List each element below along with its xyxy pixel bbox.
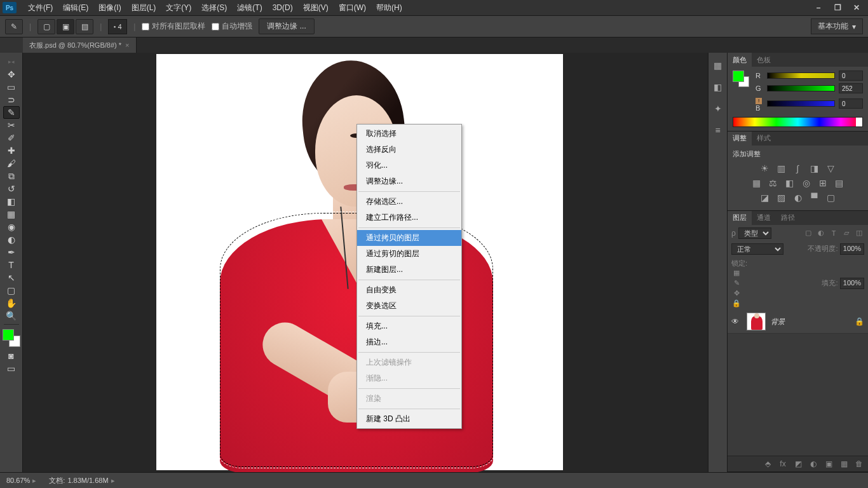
opacity-value[interactable]: 100% xyxy=(840,243,864,255)
lock-transparent-icon[interactable]: ▦ xyxy=(731,268,742,278)
paragraph-panel-icon[interactable]: ≡ xyxy=(712,124,724,137)
menu-view[interactable]: 视图(V) xyxy=(298,3,334,13)
layer-filter-type[interactable]: 类型 xyxy=(738,227,771,239)
posterize-icon[interactable]: ▨ xyxy=(776,192,787,203)
filter-shape-icon[interactable]: ▱ xyxy=(841,228,851,238)
active-tool-icon[interactable]: ✎ xyxy=(5,19,23,34)
dodge-tool[interactable]: ◐ xyxy=(3,233,20,246)
menu-image[interactable]: 图像(I) xyxy=(93,3,126,13)
tab-paths[interactable]: 路径 xyxy=(776,211,800,225)
menu-select[interactable]: 选择(S) xyxy=(196,3,232,13)
tab-adjustments[interactable]: 调整 xyxy=(728,132,752,146)
zoom-level[interactable]: 80.67% xyxy=(6,477,30,484)
canvas-area[interactable]: 取消选择选择反向羽化...调整边缘...存储选区...建立工作路径...通过拷贝… xyxy=(23,53,708,472)
sample-all-layers-checkbox[interactable]: 对所有图层取样 xyxy=(142,21,205,32)
channel-mixer-icon[interactable]: ⊞ xyxy=(817,177,829,189)
menu-filter[interactable]: 滤镜(T) xyxy=(232,3,267,13)
exposure-icon[interactable]: ◨ xyxy=(809,163,820,174)
g-slider[interactable] xyxy=(767,85,835,92)
layer-thumbnail[interactable] xyxy=(747,313,766,330)
screen-mode-tool[interactable]: ▭ xyxy=(3,362,20,375)
lock-position-icon[interactable]: ✥ xyxy=(731,288,742,299)
shape-tool[interactable]: ▢ xyxy=(3,284,20,297)
tab-layers[interactable]: 图层 xyxy=(728,211,752,225)
pen-tool[interactable]: ✒ xyxy=(3,246,20,259)
type-tool[interactable]: T xyxy=(3,259,20,271)
photo-filter-icon[interactable]: ◎ xyxy=(801,177,812,189)
filter-adjust-icon[interactable]: ◐ xyxy=(816,228,826,238)
brush-tool[interactable]: 🖌 xyxy=(3,157,20,170)
eraser-tool[interactable]: ◧ xyxy=(3,195,20,208)
menu-help[interactable]: 帮助(H) xyxy=(371,3,407,13)
minimize-button[interactable]: – xyxy=(810,2,827,13)
filter-smart-icon[interactable]: ◫ xyxy=(854,228,864,238)
context-menu-item[interactable]: 选择反向 xyxy=(357,142,461,158)
b-value[interactable]: 0 xyxy=(839,98,863,109)
document-tab[interactable]: 衣服.psd @ 80.7%(RGB/8#) * × xyxy=(23,37,137,53)
menu-edit[interactable]: 编辑(E) xyxy=(58,3,93,13)
g-value[interactable]: 252 xyxy=(839,83,863,93)
history-brush-tool[interactable]: ↺ xyxy=(3,182,20,195)
tab-color[interactable]: 颜色 xyxy=(728,53,752,67)
zoom-tool[interactable]: 🔍 xyxy=(3,309,20,322)
subtract-selection-icon[interactable]: ▤ xyxy=(76,19,93,34)
foreground-background-swatch[interactable] xyxy=(3,329,20,347)
r-value[interactable]: 0 xyxy=(839,71,863,81)
context-menu-item[interactable]: 填充... xyxy=(357,318,461,334)
vibrance-icon[interactable]: ▽ xyxy=(825,163,837,174)
tab-close-icon[interactable]: × xyxy=(125,41,129,49)
chevron-right-icon[interactable]: ▸ xyxy=(32,477,36,485)
lasso-tool[interactable]: ⊃ xyxy=(3,93,20,106)
brightness-icon[interactable]: ☀ xyxy=(759,163,771,174)
layer-fx-icon[interactable]: fx xyxy=(778,459,788,469)
color-balance-icon[interactable]: ⚖ xyxy=(768,177,779,189)
filter-pixel-icon[interactable]: ▢ xyxy=(803,228,813,238)
b-slider[interactable] xyxy=(767,100,835,107)
context-menu-item[interactable]: 存储选区... xyxy=(357,194,461,210)
gradient-tool[interactable]: ▦ xyxy=(3,208,20,220)
properties-panel-icon[interactable]: ◧ xyxy=(712,81,724,93)
link-layers-icon[interactable]: ⬘ xyxy=(763,459,773,469)
context-menu-item[interactable]: 描边... xyxy=(357,334,461,350)
context-menu-item[interactable]: 变换选区 xyxy=(357,298,461,314)
menu-3d[interactable]: 3D(D) xyxy=(268,3,298,12)
menu-file[interactable]: 文件(F) xyxy=(23,3,58,13)
bw-icon[interactable]: ◧ xyxy=(784,177,796,189)
new-selection-icon[interactable]: ▢ xyxy=(37,19,55,34)
add-selection-icon[interactable]: ▣ xyxy=(57,19,74,34)
workspace-selector[interactable]: 基本功能▾ xyxy=(811,18,863,34)
selective-color-icon[interactable]: ▢ xyxy=(825,192,837,203)
context-menu-item[interactable]: 建立工作路径... xyxy=(357,210,461,226)
move-tool[interactable]: ✥ xyxy=(3,68,20,81)
auto-enhance-checkbox[interactable]: 自动增强 xyxy=(212,21,252,32)
menu-type[interactable]: 文字(Y) xyxy=(161,3,196,13)
heal-tool[interactable]: ✚ xyxy=(3,144,20,157)
r-slider[interactable] xyxy=(767,72,835,79)
refine-edge-button[interactable]: 调整边缘 ... xyxy=(259,18,314,34)
fill-value[interactable]: 100% xyxy=(840,278,864,289)
tab-swatches[interactable]: 色板 xyxy=(752,53,776,67)
tab-styles[interactable]: 样式 xyxy=(752,132,776,146)
context-menu-item[interactable]: 新建 3D 凸出 xyxy=(357,411,461,427)
history-panel-icon[interactable]: ▦ xyxy=(712,59,724,72)
brush-size-picker[interactable]: ● 4 xyxy=(108,19,127,34)
handle-icon[interactable]: ▸◂ xyxy=(3,55,20,68)
menu-window[interactable]: 窗口(W) xyxy=(334,3,371,13)
blend-mode-select[interactable]: 正常 xyxy=(731,243,783,255)
path-select-tool[interactable]: ↖ xyxy=(3,271,20,284)
context-menu-item[interactable]: 通过拷贝的图层 xyxy=(357,230,461,246)
adjustment-layer-icon[interactable]: ◐ xyxy=(808,459,818,469)
foreground-color[interactable] xyxy=(3,329,14,341)
visibility-toggle-icon[interactable]: 👁 xyxy=(731,317,742,326)
marquee-tool[interactable]: ▭ xyxy=(3,81,20,93)
lock-all-icon[interactable]: 🔒 xyxy=(731,299,742,309)
threshold-icon[interactable]: ◐ xyxy=(792,192,804,203)
filter-type-icon[interactable]: T xyxy=(829,228,839,238)
layer-name[interactable]: 背景 xyxy=(771,317,855,327)
context-menu-item[interactable]: 调整边缘... xyxy=(357,173,461,189)
context-menu-item[interactable]: 取消选择 xyxy=(357,126,461,142)
hand-tool[interactable]: ✋ xyxy=(3,297,20,309)
close-button[interactable]: ✕ xyxy=(848,2,865,13)
layer-mask-icon[interactable]: ◩ xyxy=(793,459,803,469)
delete-layer-icon[interactable]: 🗑 xyxy=(854,459,864,469)
